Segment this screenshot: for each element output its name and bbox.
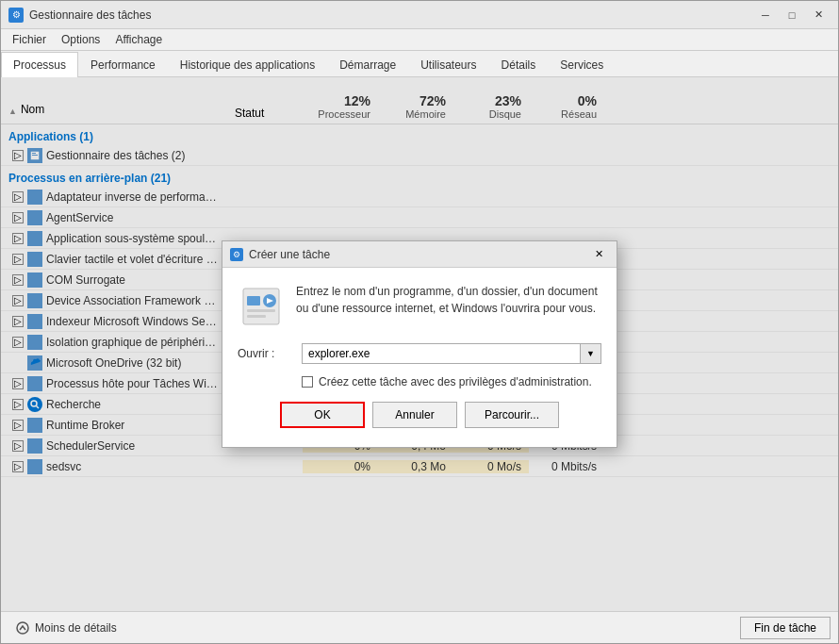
menu-bar: Fichier Options Affichage [1,29,838,51]
dialog-body: Entrez le nom d'un programme, d'un dossi… [222,268,617,447]
tab-details[interactable]: Détails [489,52,549,77]
create-task-dialog: ⚙ Créer une tâche ✕ [222,240,617,448]
cancel-button[interactable]: Annuler [372,402,457,428]
admin-checkbox[interactable] [302,376,313,388]
tab-services[interactable]: Services [548,52,616,77]
maximize-button[interactable]: □ [780,6,804,25]
browse-button[interactable]: Parcourir... [465,402,559,428]
content-area: ▲ Nom Statut 12% Processeur 72% Mémoire … [1,77,838,611]
open-input[interactable] [303,344,580,363]
svg-rect-17 [243,289,279,324]
dropdown-button[interactable]: ▼ [580,344,600,363]
close-button[interactable]: ✕ [806,6,831,25]
menu-affichage[interactable]: Affichage [107,31,170,48]
title-bar: ⚙ Gestionnaire des tâches ─ □ ✕ [1,1,838,29]
minimize-button[interactable]: ─ [753,6,778,25]
dialog-button-row: OK Annuler Parcourir... [238,402,601,432]
svg-rect-20 [247,315,266,318]
run-icon [241,287,281,326]
dialog-field-row: Ouvrir : ▼ [238,343,601,364]
menu-options[interactable]: Options [54,31,107,48]
dialog-title: Créer une tâche [249,248,588,261]
svg-point-23 [17,622,28,634]
checkbox-row: Créez cette tâche avec des privilèges d'… [238,375,601,388]
dialog-description: Entrez le nom d'un programme, d'un dossi… [296,283,601,330]
tab-demarrage[interactable]: Démarrage [327,52,408,77]
tab-performance[interactable]: Performance [78,52,168,77]
bottom-bar: Moins de détails Fin de tâche [1,611,838,643]
menu-fichier[interactable]: Fichier [5,31,54,48]
window-title: Gestionnaire des tâches [29,8,753,22]
tab-historique[interactable]: Historique des applications [168,52,327,77]
window-controls: ─ □ ✕ [753,6,831,25]
dialog-overlay: ⚙ Créer une tâche ✕ [1,77,838,611]
ok-button[interactable]: OK [280,402,365,428]
open-label: Ouvrir : [238,347,294,360]
svg-rect-18 [247,296,260,305]
dialog-info-row: Entrez le nom d'un programme, d'un dossi… [238,283,601,330]
less-details-label: Moins de détails [35,621,117,635]
dialog-title-bar: ⚙ Créer une tâche ✕ [222,241,617,268]
open-input-wrap: ▼ [302,343,601,364]
checkbox-label: Créez cette tâche avec des privilèges d'… [319,375,592,388]
less-details-button[interactable]: Moins de détails [8,618,124,638]
app-icon: ⚙ [8,8,24,23]
run-dialog-icon-area [238,283,285,330]
tab-bar: Processus Performance Historique des app… [1,51,838,77]
tab-utilisateurs[interactable]: Utilisateurs [408,52,488,77]
end-task-button[interactable]: Fin de tâche [740,617,831,639]
tab-processus[interactable]: Processus [1,52,78,77]
dialog-icon: ⚙ [230,248,243,261]
chevron-up-icon [16,621,29,635]
dialog-close-button[interactable]: ✕ [588,246,609,263]
task-manager-window: ⚙ Gestionnaire des tâches ─ □ ✕ Fichier … [0,0,839,644]
svg-rect-19 [247,309,275,312]
